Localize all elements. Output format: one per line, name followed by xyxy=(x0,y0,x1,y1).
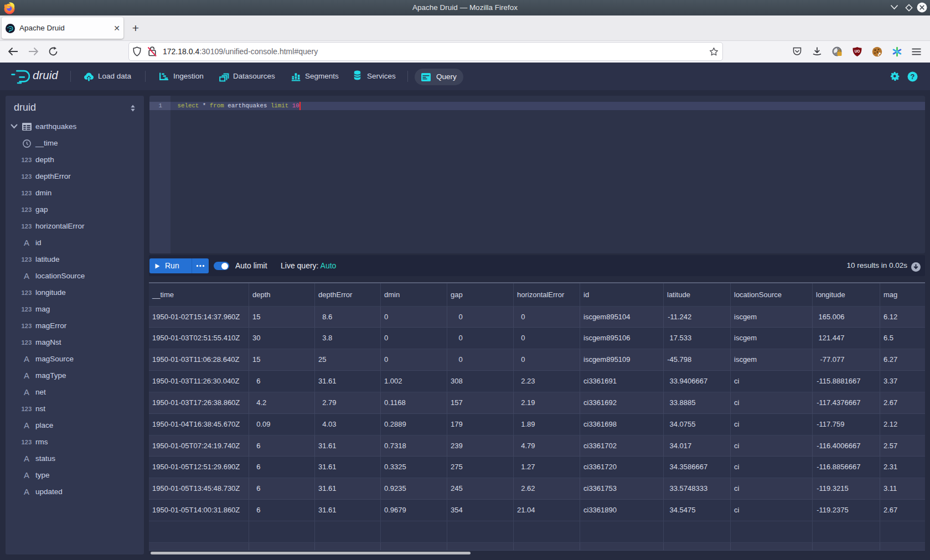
svg-text:UO: UO xyxy=(855,49,860,53)
svg-text:?: ? xyxy=(911,72,915,81)
